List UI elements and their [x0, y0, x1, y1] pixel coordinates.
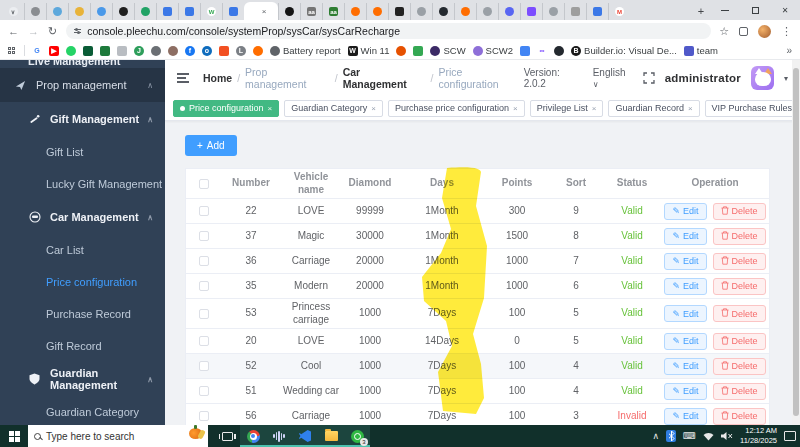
user-menu-caret-icon[interactable]: ▾ — [784, 74, 788, 83]
tab-docs[interactable] — [586, 3, 608, 20]
task-view-button[interactable] — [214, 425, 240, 447]
close-tag-icon[interactable]: × — [688, 104, 693, 113]
browser-menu-icon[interactable]: ⋮ — [781, 25, 792, 38]
edit-button[interactable]: ✎Edit — [664, 228, 706, 245]
close-button[interactable]: ✕ — [770, 0, 800, 20]
bm-flag-dark[interactable] — [83, 46, 93, 56]
tab-discord[interactable] — [498, 3, 520, 20]
row-checkbox[interactable] — [199, 206, 209, 216]
row-checkbox[interactable] — [199, 309, 209, 319]
delete-button[interactable]: Delete — [713, 333, 766, 350]
delete-button[interactable]: Delete — [713, 228, 766, 245]
row-checkbox[interactable] — [199, 411, 209, 421]
close-tag-icon[interactable]: × — [371, 104, 376, 113]
chrome-app-button[interactable] — [240, 425, 266, 447]
breadcrumb-item[interactable]: Car Management — [343, 66, 426, 90]
extensions-icon[interactable] — [739, 27, 748, 36]
edit-button[interactable]: ✎Edit — [664, 333, 706, 350]
tab-fire[interactable] — [454, 3, 476, 20]
apps-grid-icon[interactable] — [8, 47, 15, 54]
start-button[interactable] — [0, 425, 28, 447]
address-bar[interactable]: console.pleechu.com/console/systemProp/s… — [66, 23, 711, 39]
sidebar-item-price-configuration[interactable]: Price configuration — [0, 266, 165, 298]
close-tag-icon[interactable]: × — [268, 104, 273, 113]
bluetooth-icon[interactable] — [666, 430, 676, 442]
sidebar-item-gift-management[interactable]: Gift Management∧ — [0, 102, 165, 136]
bm-clock[interactable] — [151, 46, 161, 56]
tab-aa-green[interactable]: aa — [322, 3, 344, 20]
tab-active-console[interactable]: × — [244, 2, 278, 20]
tab-bird-yellow[interactable] — [68, 3, 90, 20]
sidebar-item-purchase-record[interactable]: Purchase Record — [0, 298, 165, 330]
tab-docs[interactable] — [156, 3, 178, 20]
sidebar-item-prop-management[interactable]: Prop management∧ — [0, 68, 165, 102]
breadcrumb-item[interactable]: Prop management — [245, 66, 330, 90]
sidebar-item-gift-record[interactable]: Gift Record — [0, 330, 165, 362]
tab-search-chevron[interactable]: ∨ — [2, 3, 24, 20]
tag-purchase-price-configuration[interactable]: Purchase price configuration× — [388, 100, 525, 117]
tab-black-circle[interactable] — [278, 3, 300, 20]
bm-paw[interactable] — [168, 46, 178, 56]
bm-battery-report[interactable]: Battery report — [270, 45, 341, 56]
edit-button[interactable]: ✎Edit — [664, 305, 706, 322]
row-checkbox[interactable] — [199, 386, 209, 396]
tray-expand-icon[interactable]: ∧ — [652, 431, 659, 441]
row-checkbox[interactable] — [199, 256, 209, 266]
whatsapp-app-button[interactable]: 3 — [344, 425, 370, 447]
row-checkbox[interactable] — [199, 336, 209, 346]
bm-microsoft[interactable] — [219, 46, 229, 56]
sidebar-item-gift-list[interactable]: Gift List — [0, 136, 165, 168]
sidebar-item-guardian-management[interactable]: Guardian Management∧ — [0, 362, 165, 396]
tab-aa-gray[interactable]: aa — [300, 3, 322, 20]
browser-profile-avatar[interactable] — [758, 25, 771, 38]
bm-google[interactable]: G — [32, 46, 42, 56]
tab-docs[interactable] — [178, 3, 200, 20]
tab-globe[interactable] — [410, 3, 432, 20]
bm-fire[interactable] — [253, 46, 263, 56]
bm-infinity[interactable]: ∞ — [537, 46, 547, 56]
tab-gmail[interactable]: M — [608, 3, 630, 20]
close-tag-icon[interactable]: × — [592, 104, 597, 113]
bm-facebook[interactable]: f — [185, 46, 195, 56]
tab-docs[interactable] — [222, 3, 244, 20]
taskbar-search[interactable]: Type here to search — [28, 425, 208, 447]
row-checkbox[interactable] — [199, 231, 209, 241]
bm-scw[interactable]: SCW — [430, 45, 465, 56]
edit-button[interactable]: ✎Edit — [664, 278, 706, 295]
tab-github[interactable] — [432, 3, 454, 20]
network-icon[interactable] — [703, 432, 714, 441]
tab-fire[interactable] — [366, 3, 388, 20]
delete-button[interactable]: Delete — [713, 278, 766, 295]
sidebar-item-car-management[interactable]: Car Management∧ — [0, 200, 165, 234]
bm-scw2[interactable]: SCW2 — [473, 45, 513, 56]
close-tab-icon[interactable]: × — [262, 7, 267, 16]
tab-twitter-blue[interactable] — [46, 3, 68, 20]
tab-black-square[interactable] — [388, 3, 410, 20]
edit-button[interactable]: ✎Edit — [664, 408, 706, 425]
bookmark-star-icon[interactable]: ☆ — [719, 25, 729, 38]
tab-fire[interactable] — [344, 3, 366, 20]
forward-icon[interactable]: → — [28, 25, 39, 37]
site-settings-icon[interactable] — [74, 29, 81, 33]
hamburger-icon[interactable] — [177, 73, 189, 83]
breadcrumb-item[interactable]: Home — [203, 72, 232, 84]
sidebar-item-guardian-category[interactable]: Guardian Category — [0, 396, 165, 425]
tab-settings[interactable] — [24, 3, 46, 20]
delete-button[interactable]: Delete — [713, 383, 766, 400]
edit-button[interactable]: ✎Edit — [664, 358, 706, 375]
delete-button[interactable]: Delete — [713, 203, 766, 220]
tab-printer[interactable] — [564, 3, 586, 20]
notification-center-icon[interactable] — [784, 431, 796, 441]
tab-globe[interactable] — [542, 3, 564, 20]
bm-j-green[interactable]: J — [134, 46, 144, 56]
tab-black-circle[interactable] — [112, 3, 134, 20]
tag-guardian-record[interactable]: Guardian Record× — [608, 100, 699, 117]
tag-price-configuration[interactable]: Price configuration× — [173, 100, 279, 117]
edit-button[interactable]: ✎Edit — [664, 253, 706, 270]
clock[interactable]: 12:12 AM11/28/2025 — [740, 426, 777, 446]
sidebar-item-live-management[interactable]: Live Management — [0, 60, 165, 68]
bookmarks-overflow-icon[interactable]: » — [786, 45, 792, 56]
bm-camera2[interactable] — [520, 46, 530, 56]
minimize-button[interactable] — [710, 0, 740, 20]
sidebar-item-lucky-gift-management[interactable]: Lucky Gift Management — [0, 168, 165, 200]
